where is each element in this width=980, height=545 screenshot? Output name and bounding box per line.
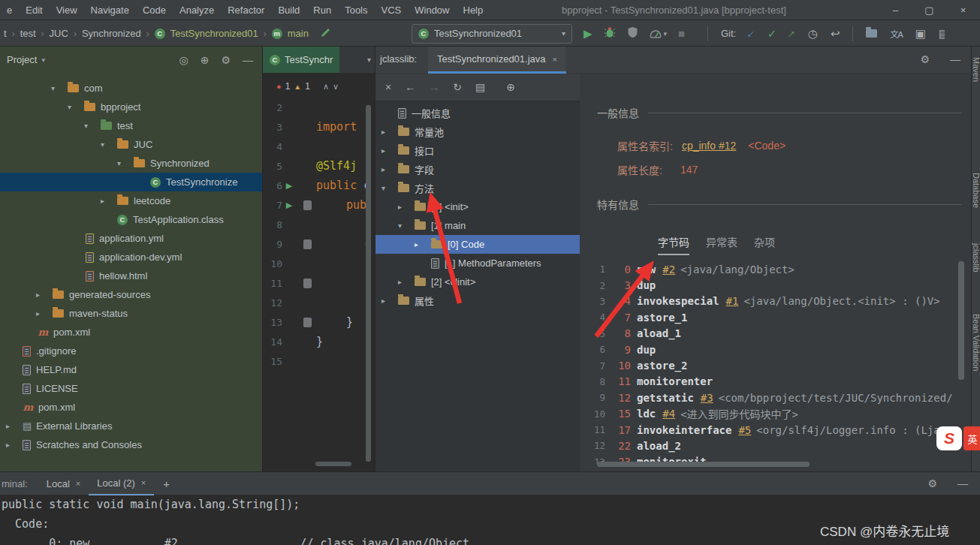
chevron-down-icon[interactable]: ▾ — [117, 159, 134, 167]
tree-item-pom-xml[interactable]: m pom.xml — [0, 323, 262, 342]
jclasslib-file-tab[interactable]: TestSynchronized01.java × — [428, 47, 566, 74]
compass-icon[interactable]: ⊕ — [201, 54, 210, 66]
hide-panel-icon[interactable]: — — [243, 54, 253, 66]
menu-run[interactable]: Run — [306, 5, 338, 16]
next-issue-icon[interactable]: ∨ — [333, 82, 339, 92]
stripe-database[interactable]: Database — [972, 173, 980, 208]
tree-item-generated-sources[interactable]: ▸ generated-sources — [0, 285, 262, 304]
jclasslib-item-clinit[interactable]: ▸ [2] <clinit> — [375, 272, 580, 291]
chevron-down-icon[interactable]: ▾ — [68, 103, 84, 111]
project-structure-folder-icon[interactable] — [866, 27, 877, 41]
run-configuration-select[interactable]: C TestSynchronized01 ▾ — [412, 24, 572, 44]
tree-item-external-libraries[interactable]: ▸ ▤ External Libraries — [0, 417, 262, 435]
prev-issue-icon[interactable]: ∧ — [323, 82, 329, 92]
jclasslib-item-interfaces[interactable]: ▸ 接口 — [375, 141, 580, 160]
settings-gear-icon[interactable]: ⚙ — [221, 54, 231, 66]
chevron-right-icon[interactable]: ▸ — [398, 278, 415, 286]
tree-item-application-yml[interactable]: application.yml — [0, 229, 262, 248]
history-clock-icon[interactable]: ◷ — [808, 28, 818, 39]
hide-panel-icon[interactable]: — — [950, 53, 960, 65]
constant-pool-link[interactable]: cp_info #12 — [682, 140, 736, 152]
hide-panel-icon[interactable]: — — [957, 477, 968, 489]
constant-pool-link[interactable]: #1 — [726, 295, 739, 307]
close-icon[interactable]: × — [76, 479, 80, 488]
menu-refactor[interactable]: Refactor — [221, 5, 271, 16]
tab-exception-table[interactable]: 异常表 — [706, 234, 737, 255]
profiler-button[interactable]: ▾ — [650, 29, 668, 39]
tree-item-application-dev-yml[interactable]: application-dev.yml — [0, 248, 262, 266]
menu-code[interactable]: Code — [136, 5, 173, 16]
editor-horizontal-scrollbar[interactable] — [315, 462, 351, 466]
menu-file[interactable]: e — [0, 5, 19, 16]
constant-pool-link[interactable]: #3 — [701, 392, 713, 404]
inspections-widget[interactable]: ● 1 ▲ 1 ∧ ∨ — [276, 81, 339, 92]
git-update-icon[interactable]: ↓ — [746, 28, 758, 40]
close-button[interactable]: × — [946, 0, 980, 20]
gutter-marker-icon[interactable] — [297, 312, 317, 332]
debug-button[interactable] — [604, 26, 616, 41]
tree-item-hellow-html[interactable]: hellow.html — [0, 266, 262, 285]
chevron-right-icon[interactable]: ▸ — [398, 203, 415, 211]
menu-navigate[interactable]: Navigate — [84, 5, 136, 16]
gutter-marker-icon[interactable] — [297, 273, 317, 293]
hidden-tabs-chevron-icon[interactable]: ▾ — [367, 56, 375, 64]
locate-file-icon[interactable]: ◎ — [179, 54, 188, 66]
tree-item-juc[interactable]: ▾ JUC — [0, 135, 262, 154]
tree-item-testapplication[interactable]: C TestApplication.class — [0, 210, 262, 229]
tree-item-bpproject[interactable]: ▾ bpproject — [0, 98, 262, 116]
stripe-jclasslib[interactable]: jclasslib — [972, 243, 980, 272]
jclasslib-item-code-selected[interactable]: ▸ [0] Code — [375, 235, 580, 254]
menu-help[interactable]: Help — [457, 5, 490, 16]
menu-build[interactable]: Build — [271, 5, 306, 16]
jclasslib-item-methodparameters[interactable]: [1] MethodParameters — [375, 254, 580, 272]
editor-tab-testsynchronized[interactable]: C TestSynchr — [263, 47, 339, 73]
chevron-down-icon[interactable]: ▾ — [398, 221, 415, 230]
breadcrumb-item-synchronized[interactable]: Synchronized — [82, 28, 141, 39]
menu-edit[interactable]: Edit — [19, 5, 49, 16]
chevron-down-icon[interactable]: ▾ — [381, 184, 398, 192]
jclasslib-item-attributes[interactable]: ▸ 属性 — [375, 291, 580, 310]
jclasslib-item-init[interactable]: ▸ [0] <init> — [375, 197, 580, 216]
tree-item-gitignore[interactable]: .gitignore — [0, 342, 262, 360]
chevron-right-icon[interactable]: ▸ — [381, 297, 398, 305]
breadcrumb-item-test[interactable]: test — [20, 28, 36, 39]
chevron-right-icon[interactable]: ▸ — [36, 291, 53, 299]
breadcrumb-item-main[interactable]: main — [288, 28, 309, 39]
tree-item-scratches[interactable]: ▸ Scratches and Consoles — [0, 435, 262, 454]
tree-item-license[interactable]: LICENSE — [0, 379, 262, 398]
project-panel-title[interactable]: Project — [7, 54, 37, 65]
jclasslib-item-main[interactable]: ▾ [1] main — [375, 216, 580, 235]
chevron-right-icon[interactable]: ▸ — [6, 441, 23, 449]
tree-item-com[interactable]: ▾ com — [0, 79, 262, 98]
breadcrumb-item-class[interactable]: TestSynchronized01 — [170, 28, 258, 39]
git-push-icon[interactable]: ↑ — [786, 28, 798, 40]
run-button[interactable]: ▶ — [583, 28, 593, 39]
breadcrumb-item[interactable]: t — [4, 28, 7, 39]
rollback-icon[interactable]: ↩ — [831, 28, 840, 39]
git-commit-icon[interactable]: ✓ — [767, 28, 777, 39]
terminal-tab-local2[interactable]: Local (2) × — [89, 472, 154, 495]
detail-vertical-scrollbar[interactable] — [958, 261, 964, 380]
chevron-right-icon[interactable]: ▸ — [381, 128, 398, 136]
gutter-marker-icon[interactable] — [297, 195, 317, 215]
chevron-right-icon[interactable]: ▸ — [6, 422, 23, 430]
chevron-down-icon[interactable]: ▾ — [101, 140, 117, 149]
stop-button[interactable]: ■ — [678, 28, 685, 39]
jclasslib-item-constant-pool[interactable]: ▸ 常量池 — [375, 122, 580, 141]
tab-bytecode[interactable]: 字节码 — [658, 234, 689, 255]
forward-arrow-icon[interactable]: → — [429, 81, 439, 93]
gutter-marker-icon[interactable] — [297, 234, 317, 254]
menu-window[interactable]: Window — [408, 5, 456, 16]
jclasslib-item-general-info[interactable]: 一般信息 — [375, 104, 580, 122]
tree-item-leetcode[interactable]: ▸ leetcode — [0, 191, 262, 210]
translate-icon[interactable]: 文A — [890, 28, 902, 40]
stripe-maven[interactable]: Maven — [972, 57, 980, 82]
breadcrumb-item-juc[interactable]: JUC — [50, 28, 68, 39]
settings-gear-icon[interactable]: ⚙ — [920, 53, 930, 65]
close-icon[interactable]: × — [141, 478, 146, 487]
globe-icon[interactable]: ⊕ — [506, 81, 515, 93]
menu-analyze[interactable]: Analyze — [173, 5, 221, 16]
refresh-icon[interactable]: ↻ — [453, 81, 462, 93]
jclasslib-item-fields[interactable]: ▸ 字段 — [375, 160, 580, 179]
constant-pool-link[interactable]: #4 — [662, 408, 675, 420]
